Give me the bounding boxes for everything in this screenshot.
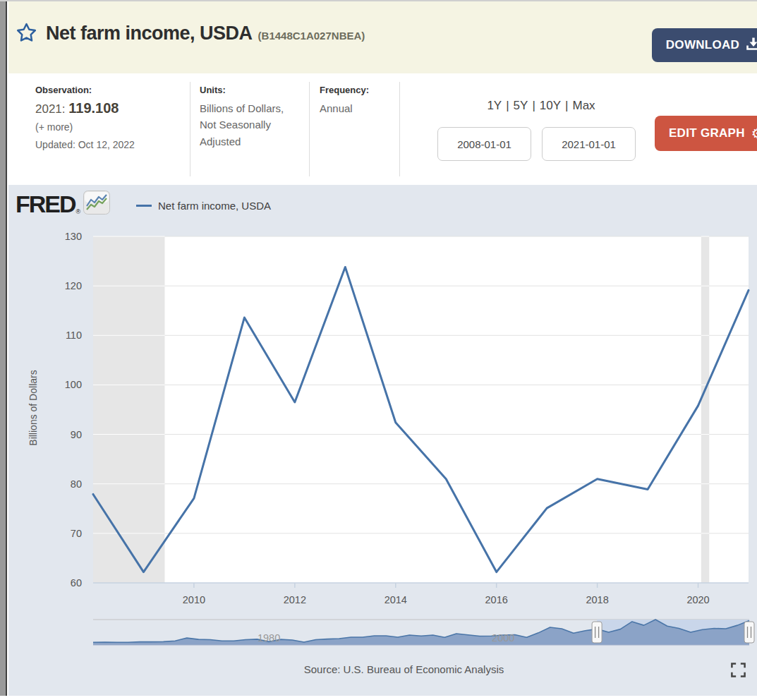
legend-line-swatch [136,205,152,207]
panel-divider [309,82,310,176]
preset-separator: | [502,99,513,112]
slider-year-label: 1980 [258,632,280,644]
download-button[interactable]: DOWNLOAD [652,28,757,62]
download-icon [746,37,757,54]
observation-value: 119.108 [68,100,119,116]
title-row: Net farm income, USDA (B1448C1A027NBEA) [16,18,365,44]
source-note: Source: U.S. Bureau of Economic Analysis [30,663,757,675]
frequency-label: Frequency: [320,85,397,95]
slider-area [93,620,749,645]
chart-legend: Net farm income, USDA [136,200,271,212]
observation-label: Observation: [35,85,135,95]
page-title: Net farm income, USDA [46,23,253,44]
preset-separator: | [528,99,539,112]
range-preset-max[interactable]: Max [572,99,595,112]
panel-divider [190,82,190,176]
x-axis-tick-label: 2016 [485,594,508,605]
y-axis-title: Billions of Dollars [28,370,39,445]
recession-band [701,236,709,583]
recession-band [93,236,164,583]
slider-year-label: 2000 [492,632,514,644]
chart-region: 2010201220142016201820206070809010011012… [8,185,757,696]
range-preset-1y[interactable]: 1Y [487,99,502,112]
main-chart: 2010201220142016201820206070809010011012… [8,185,757,696]
x-axis-tick-label: 2014 [384,594,407,605]
y-axis-tick-label: 80 [71,478,82,490]
slider-handle-right[interactable] [744,622,754,643]
x-axis-tick-label: 2020 [686,594,709,605]
favorite-star-icon[interactable] [16,22,37,46]
y-axis-tick-label: 120 [65,280,82,291]
window-edge-strip [0,1,7,696]
range-preset-10y[interactable]: 10Y [540,99,561,112]
observation-updated: Updated: Oct 12, 2022 [35,139,135,150]
observation-more-link[interactable]: (+ more) [35,121,135,133]
legend-label: Net farm income, USDA [158,200,271,212]
info-panel: Observation: 2021: 119.108 (+ more) Upda… [8,73,757,185]
range-presets: 1Y|5Y|10Y|Max [425,99,658,113]
observation-period: 2021: [35,102,66,116]
y-axis-tick-label: 70 [71,528,82,539]
units-value: Billions of Dollars, Not Seasonally Adju… [200,100,284,150]
frequency-block: Frequency: Annual [320,85,397,116]
y-axis-tick-label: 100 [65,379,82,390]
panel-divider [399,82,400,176]
series-header: Net farm income, USDA (B1448C1A027NBEA) … [8,1,757,73]
edit-graph-button-label: EDIT GRAPH [669,126,745,140]
y-axis-tick-label: 110 [66,330,82,341]
fred-chart-icon [83,191,110,217]
gear-icon: ⚙ [751,126,757,140]
slider-handle-left[interactable] [592,622,602,643]
series-id: (B1448C1A027NBEA) [258,30,365,42]
units-label: Units: [200,85,284,95]
fred-series-page: Net farm income, USDA (B1448C1A027NBEA) … [0,0,757,700]
preset-separator: | [561,99,572,112]
edit-graph-button[interactable]: EDIT GRAPH ⚙ [655,116,757,151]
fred-logo[interactable]: FRED [16,191,75,217]
plot-background [93,236,749,583]
fred-registered-mark: ® [76,208,81,215]
y-axis-tick-label: 130 [65,231,82,242]
observation-value-row: 2021: 119.108 [35,100,135,116]
x-axis-tick-label: 2012 [284,594,306,605]
fullscreen-icon[interactable] [730,662,746,681]
frequency-value: Annual [320,100,397,116]
y-axis-tick-label: 60 [71,577,82,589]
download-button-label: DOWNLOAD [666,38,739,52]
x-axis-tick-label: 2018 [586,594,608,605]
start-date-input[interactable] [437,127,531,161]
end-date-input[interactable] [542,127,636,161]
y-axis-tick-label: 90 [71,429,82,440]
x-axis-tick-label: 2010 [183,594,205,605]
range-preset-5y[interactable]: 5Y [514,99,528,112]
fred-logo-row[interactable]: FRED ® [16,191,110,217]
units-block: Units: Billions of Dollars, Not Seasonal… [200,85,284,150]
observation-block: Observation: 2021: 119.108 (+ more) Upda… [35,85,135,150]
